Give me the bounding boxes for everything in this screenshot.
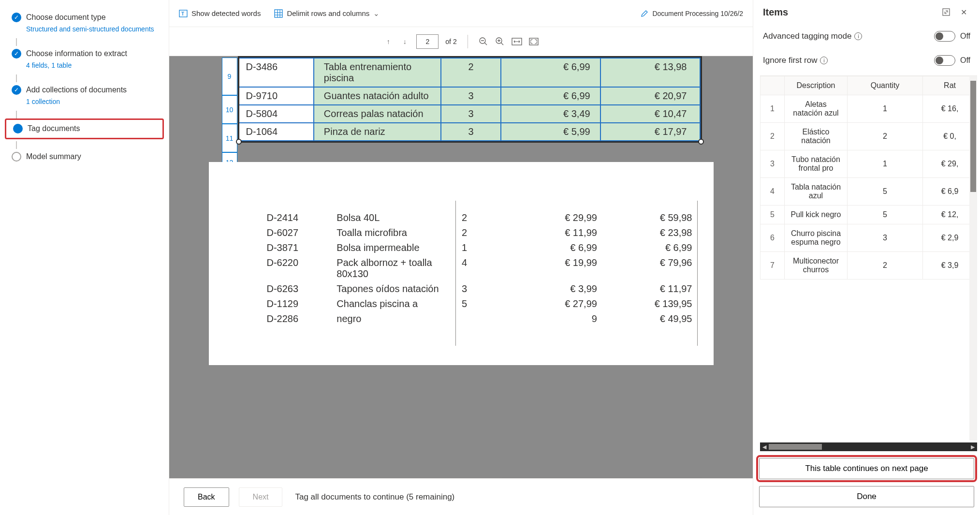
panel-title: Items bbox=[763, 7, 936, 18]
info-icon[interactable]: i bbox=[820, 57, 828, 64]
amount-cell: € 10,47 bbox=[600, 105, 700, 123]
qty-cell[interactable]: 1 bbox=[848, 95, 923, 123]
desc-cell[interactable]: Tubo natación frontal pro bbox=[785, 150, 848, 178]
delimit-rows-columns-button[interactable]: Delimit rows and columns ⌄ bbox=[274, 9, 380, 18]
scrollbar-thumb[interactable] bbox=[970, 81, 976, 192]
qty-cell[interactable]: 2 bbox=[848, 123, 923, 150]
sku-cell: D-1129 bbox=[262, 296, 332, 311]
amount-cell: € 17,97 bbox=[600, 123, 700, 141]
rate-cell[interactable]: € 2,9 bbox=[923, 224, 977, 252]
desc-cell[interactable]: Multiconector churros bbox=[785, 252, 848, 280]
rate-cell[interactable]: € 3,9 bbox=[923, 252, 977, 280]
ignore-first-row-toggle[interactable] bbox=[934, 55, 955, 66]
rate-cell: € 11,99 bbox=[507, 225, 602, 240]
advanced-tagging-toggle[interactable] bbox=[934, 31, 955, 42]
desc-cell[interactable]: Churro piscina espuma negro bbox=[785, 224, 848, 252]
step-choose-document-type[interactable]: ✓ Choose document type Structured and se… bbox=[5, 10, 164, 36]
rate-cell[interactable]: € 0, bbox=[923, 123, 977, 150]
row-number[interactable]: 9 bbox=[222, 58, 237, 95]
expand-icon[interactable] bbox=[939, 5, 953, 19]
rate-cell: € 27,99 bbox=[507, 296, 602, 311]
table-row[interactable]: 2Elástico natación2€ 0, bbox=[761, 123, 977, 150]
resize-handle[interactable] bbox=[698, 139, 704, 145]
fit-width-button[interactable] bbox=[512, 38, 522, 45]
zoom-out-button[interactable] bbox=[479, 37, 488, 46]
qty-cell[interactable]: 2 bbox=[848, 252, 923, 280]
table-row[interactable]: 6Churro piscina espuma negro3€ 2,9 bbox=[761, 224, 977, 252]
step-connector bbox=[16, 111, 17, 118]
scroll-right-arrow[interactable]: ▶ bbox=[968, 442, 977, 451]
back-button[interactable]: Back bbox=[184, 487, 229, 507]
col-header-description[interactable]: Description bbox=[785, 76, 848, 95]
toolbar-label: Delimit rows and columns bbox=[287, 9, 369, 17]
main-area: Show detected words Delimit rows and col… bbox=[169, 0, 753, 515]
col-header-rate[interactable]: Rat bbox=[923, 76, 977, 95]
step-title: Choose information to extract bbox=[26, 49, 159, 59]
scroll-left-arrow[interactable]: ◀ bbox=[760, 442, 769, 451]
done-button[interactable]: Done bbox=[759, 486, 974, 507]
rate-cell[interactable]: € 16, bbox=[923, 95, 977, 123]
pending-step-icon bbox=[12, 152, 21, 162]
untagged-page[interactable]: D-2414Bolsa 40L2€ 29,99€ 59,98D-6027Toal… bbox=[209, 162, 714, 365]
qty-cell[interactable]: 3 bbox=[848, 224, 923, 252]
step-connector bbox=[16, 38, 17, 46]
qty-cell[interactable]: 1 bbox=[848, 150, 923, 178]
row-number: 7 bbox=[761, 252, 785, 280]
qty-cell[interactable]: 5 bbox=[848, 178, 923, 206]
horizontal-scrollbar[interactable]: ◀ ▶ bbox=[760, 442, 977, 451]
table-row[interactable]: 3Tubo natación frontal pro1€ 29, bbox=[761, 150, 977, 178]
amount-cell: € 6,99 bbox=[602, 240, 697, 255]
table-row[interactable]: 1Aletas natación azul1€ 16, bbox=[761, 95, 977, 123]
step-choose-info[interactable]: ✓ Choose information to extract 4 fields… bbox=[5, 46, 164, 73]
document-canvas[interactable]: 9101112 D-3486Tabla entrenamiento piscin… bbox=[169, 56, 753, 478]
step-subtitle: Structured and semi-structured documents bbox=[26, 25, 159, 33]
table-row[interactable]: 4Tabla natación azul5€ 6,9 bbox=[761, 178, 977, 206]
page-down-button[interactable]: ↓ bbox=[400, 37, 410, 46]
rate-cell: € 29,99 bbox=[507, 210, 602, 225]
zoom-in-button[interactable] bbox=[495, 37, 505, 46]
sku-cell: D-2414 bbox=[262, 210, 332, 225]
toggle-state: Off bbox=[960, 32, 970, 41]
tagged-table-region[interactable]: 9101112 D-3486Tabla entrenamiento piscin… bbox=[238, 56, 702, 143]
amount-cell: € 20,97 bbox=[600, 87, 700, 105]
sku-cell: D-1064 bbox=[239, 123, 314, 141]
document-title[interactable]: Document Processing 10/26/2 bbox=[641, 10, 743, 17]
page-up-button[interactable]: ↑ bbox=[383, 37, 393, 46]
fit-page-button[interactable] bbox=[529, 38, 539, 45]
desc-cell[interactable]: Elástico natación bbox=[785, 123, 848, 150]
desc-cell: Pinza de nariz bbox=[314, 123, 441, 141]
qty-cell[interactable]: 5 bbox=[848, 206, 923, 224]
page-number-input[interactable]: 2 bbox=[416, 34, 439, 49]
rate-cell[interactable]: € 6,9 bbox=[923, 178, 977, 206]
tagged-data-grid: D-3486Tabla entrenamiento piscina2€ 6,99… bbox=[239, 58, 701, 141]
scrollbar-thumb[interactable] bbox=[769, 444, 822, 450]
step-add-collections[interactable]: ✓ Add collections of documents 1 collect… bbox=[5, 82, 164, 109]
desc-cell[interactable]: Tabla natación azul bbox=[785, 178, 848, 206]
rate-cell[interactable]: € 12, bbox=[923, 206, 977, 224]
items-table-scroll[interactable]: DescriptionQuantityRat1Aletas natación a… bbox=[760, 75, 977, 441]
desc-cell[interactable]: Aletas natación azul bbox=[785, 95, 848, 123]
table-row[interactable]: 7Multiconector churros2€ 3,9 bbox=[761, 252, 977, 280]
untagged-data: D-2414Bolsa 40L2€ 29,99€ 59,98D-6027Toal… bbox=[262, 210, 697, 326]
row-number[interactable]: 11 bbox=[222, 124, 237, 152]
info-icon[interactable]: i bbox=[854, 32, 862, 40]
desc-cell[interactable]: Pull kick negro bbox=[785, 206, 848, 224]
qty-cell: 2 bbox=[441, 58, 500, 87]
desc-cell: Tapones oídos natación bbox=[332, 281, 457, 296]
col-header-quantity[interactable]: Quantity bbox=[848, 76, 923, 95]
step-model-summary[interactable]: Model summary bbox=[5, 149, 164, 165]
table-continues-button[interactable]: This table continues on next page bbox=[759, 458, 974, 479]
desc-cell: negro bbox=[332, 311, 457, 326]
step-tag-documents[interactable]: Tag documents bbox=[5, 118, 164, 139]
qty-cell: 4 bbox=[457, 255, 507, 281]
resize-handle[interactable] bbox=[236, 139, 242, 145]
step-connector bbox=[16, 74, 17, 82]
vertical-scrollbar[interactable] bbox=[969, 76, 977, 441]
table-row[interactable]: 5Pull kick negro5€ 12, bbox=[761, 206, 977, 224]
row-number: 4 bbox=[761, 178, 785, 206]
row-number[interactable]: 10 bbox=[222, 95, 237, 124]
bottom-bar: Back Next Tag all documents to continue … bbox=[169, 478, 753, 515]
rate-cell[interactable]: € 29, bbox=[923, 150, 977, 178]
close-icon[interactable]: ✕ bbox=[957, 5, 970, 19]
show-detected-words-button[interactable]: Show detected words bbox=[179, 9, 261, 18]
